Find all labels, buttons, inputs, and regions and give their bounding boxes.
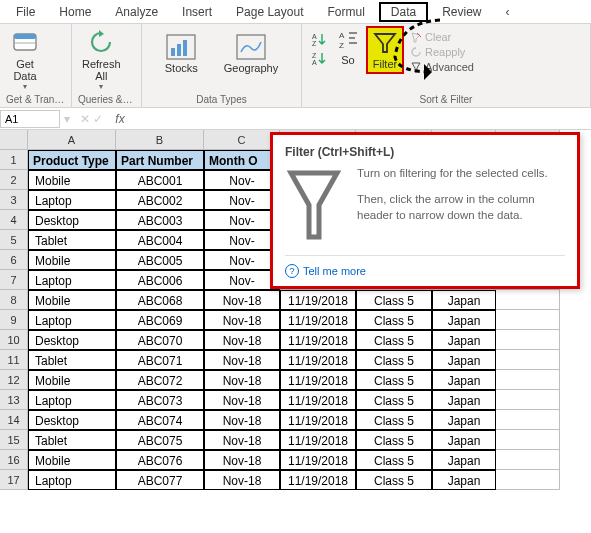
table-cell[interactable]: Tablet — [28, 230, 116, 250]
table-cell[interactable] — [496, 450, 560, 470]
ribbon-tab-‹[interactable]: ‹ — [496, 2, 520, 22]
table-cell[interactable]: Nov- — [204, 210, 280, 230]
table-cell[interactable]: Laptop — [28, 270, 116, 290]
table-cell[interactable] — [496, 330, 560, 350]
table-header-cell[interactable]: Month O — [204, 150, 280, 170]
row-header[interactable]: 12 — [0, 370, 28, 390]
sort-za-button[interactable]: ZA — [308, 49, 330, 67]
row-header[interactable]: 15 — [0, 430, 28, 450]
row-header[interactable]: 1 — [0, 150, 28, 170]
table-cell[interactable]: 11/19/2018 — [280, 450, 356, 470]
table-cell[interactable]: Japan — [432, 290, 496, 310]
table-cell[interactable]: Nov-18 — [204, 310, 280, 330]
table-cell[interactable]: 11/19/2018 — [280, 350, 356, 370]
geography-button[interactable]: Geography — [220, 32, 282, 76]
ribbon-tab-insert[interactable]: Insert — [172, 2, 222, 22]
col-header[interactable]: A — [28, 130, 116, 150]
table-cell[interactable]: 11/19/2018 — [280, 430, 356, 450]
table-cell[interactable]: Class 5 — [356, 450, 432, 470]
table-cell[interactable]: Nov-18 — [204, 350, 280, 370]
table-cell[interactable]: Nov-18 — [204, 430, 280, 450]
table-cell[interactable]: ABC070 — [116, 330, 204, 350]
table-cell[interactable]: Japan — [432, 390, 496, 410]
table-cell[interactable]: Class 5 — [356, 430, 432, 450]
table-cell[interactable]: Class 5 — [356, 470, 432, 490]
row-header[interactable]: 7 — [0, 270, 28, 290]
table-cell[interactable] — [496, 350, 560, 370]
table-cell[interactable]: Japan — [432, 430, 496, 450]
ribbon-tab-page-layout[interactable]: Page Layout — [226, 2, 313, 22]
get-data-button[interactable]: GetData ▾ — [6, 26, 44, 93]
table-cell[interactable]: 11/19/2018 — [280, 310, 356, 330]
table-cell[interactable]: Class 5 — [356, 330, 432, 350]
row-header[interactable]: 2 — [0, 170, 28, 190]
table-cell[interactable]: ABC004 — [116, 230, 204, 250]
sort-az-button[interactable]: AZ — [308, 30, 330, 48]
table-cell[interactable] — [496, 370, 560, 390]
table-cell[interactable]: Japan — [432, 350, 496, 370]
table-cell[interactable]: ABC074 — [116, 410, 204, 430]
table-cell[interactable]: ABC072 — [116, 370, 204, 390]
row-header[interactable]: 8 — [0, 290, 28, 310]
refresh-all-button[interactable]: RefreshAll ▾ — [78, 26, 125, 93]
table-cell[interactable]: Class 5 — [356, 310, 432, 330]
row-header[interactable]: 11 — [0, 350, 28, 370]
table-cell[interactable]: Class 5 — [356, 290, 432, 310]
table-cell[interactable]: Nov- — [204, 270, 280, 290]
table-cell[interactable]: ABC077 — [116, 470, 204, 490]
ribbon-tab-formul[interactable]: Formul — [317, 2, 374, 22]
table-cell[interactable]: Mobile — [28, 290, 116, 310]
table-cell[interactable]: ABC071 — [116, 350, 204, 370]
stocks-button[interactable]: Stocks — [161, 32, 202, 76]
table-cell[interactable]: Nov-18 — [204, 390, 280, 410]
table-cell[interactable]: Mobile — [28, 450, 116, 470]
table-cell[interactable]: Class 5 — [356, 370, 432, 390]
table-cell[interactable]: ABC068 — [116, 290, 204, 310]
table-cell[interactable]: ABC002 — [116, 190, 204, 210]
table-cell[interactable] — [496, 430, 560, 450]
table-cell[interactable]: Japan — [432, 310, 496, 330]
fx-label[interactable]: fx — [109, 112, 130, 126]
table-cell[interactable]: Nov-18 — [204, 470, 280, 490]
ribbon-tab-file[interactable]: File — [6, 2, 45, 22]
table-cell[interactable]: Japan — [432, 450, 496, 470]
table-cell[interactable]: Nov-18 — [204, 450, 280, 470]
row-header[interactable]: 9 — [0, 310, 28, 330]
table-cell[interactable]: ABC075 — [116, 430, 204, 450]
col-header[interactable]: C — [204, 130, 280, 150]
row-header[interactable]: 4 — [0, 210, 28, 230]
table-cell[interactable]: ABC001 — [116, 170, 204, 190]
table-cell[interactable]: Nov-18 — [204, 410, 280, 430]
table-cell[interactable]: Japan — [432, 330, 496, 350]
table-cell[interactable]: Desktop — [28, 330, 116, 350]
table-cell[interactable]: Class 5 — [356, 410, 432, 430]
table-cell[interactable]: Tablet — [28, 350, 116, 370]
table-cell[interactable]: Japan — [432, 370, 496, 390]
table-cell[interactable]: Class 5 — [356, 350, 432, 370]
table-cell[interactable]: Laptop — [28, 190, 116, 210]
table-cell[interactable]: Nov- — [204, 250, 280, 270]
table-cell[interactable]: Tablet — [28, 430, 116, 450]
row-header[interactable]: 14 — [0, 410, 28, 430]
table-cell[interactable]: ABC076 — [116, 450, 204, 470]
table-cell[interactable]: 11/19/2018 — [280, 370, 356, 390]
table-cell[interactable]: Nov- — [204, 170, 280, 190]
row-header[interactable]: 6 — [0, 250, 28, 270]
table-cell[interactable]: Mobile — [28, 250, 116, 270]
tell-me-more-link[interactable]: ? Tell me more — [285, 255, 565, 278]
table-header-cell[interactable]: Product Type — [28, 150, 116, 170]
table-cell[interactable]: Nov-18 — [204, 370, 280, 390]
table-cell[interactable]: Japan — [432, 470, 496, 490]
row-header[interactable]: 10 — [0, 330, 28, 350]
ribbon-tab-analyze[interactable]: Analyze — [105, 2, 168, 22]
table-cell[interactable] — [496, 310, 560, 330]
table-cell[interactable]: Mobile — [28, 170, 116, 190]
table-cell[interactable]: ABC003 — [116, 210, 204, 230]
ribbon-tab-home[interactable]: Home — [49, 2, 101, 22]
table-cell[interactable]: 11/19/2018 — [280, 470, 356, 490]
table-cell[interactable] — [496, 410, 560, 430]
table-cell[interactable]: 11/19/2018 — [280, 330, 356, 350]
table-cell[interactable]: Desktop — [28, 210, 116, 230]
sort-button[interactable]: AZ So — [332, 26, 364, 68]
table-header-cell[interactable]: Part Number — [116, 150, 204, 170]
